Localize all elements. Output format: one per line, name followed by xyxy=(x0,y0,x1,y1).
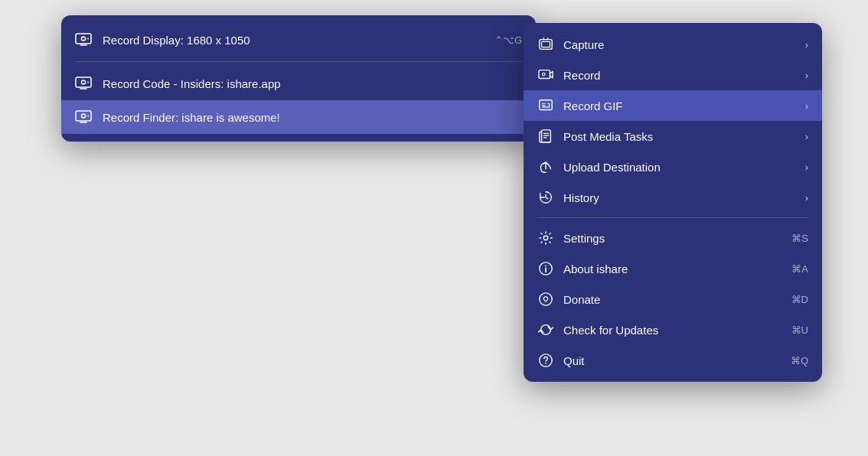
menu-divider-1 xyxy=(537,217,808,218)
update-icon xyxy=(537,321,554,338)
upload-arrow: › xyxy=(805,161,808,173)
menu-item-donate[interactable]: Donate ⌘D xyxy=(524,284,822,314)
submenu: Record Display: 1680 x 1050 ⌃⌥G Record C… xyxy=(61,15,536,142)
submenu-label-record-finder: Record Finder: ishare is awesome! xyxy=(103,111,522,124)
menu-item-upload[interactable]: Upload Destination › xyxy=(524,151,822,182)
svg-rect-10 xyxy=(542,41,550,47)
upload-icon xyxy=(537,158,554,175)
submenu-item-record-finder[interactable]: Record Finder: ishare is awesome! xyxy=(61,100,536,134)
about-label: About ishare xyxy=(563,262,791,275)
svg-point-20 xyxy=(545,363,547,364)
capture-label: Capture xyxy=(563,38,805,51)
update-label: Check for Updates xyxy=(563,324,791,337)
history-label: History xyxy=(563,191,805,204)
info-icon xyxy=(537,260,554,277)
svg-point-5 xyxy=(87,82,89,83)
menu-item-record[interactable]: Record › xyxy=(524,60,822,90)
quit-icon xyxy=(537,352,554,369)
submenu-divider-1 xyxy=(75,61,522,62)
main-menu: Capture › Record › Record GIF › xyxy=(524,23,822,382)
svg-rect-13 xyxy=(540,100,552,110)
menu-item-history[interactable]: History › xyxy=(524,182,822,213)
settings-icon xyxy=(537,230,554,246)
svg-rect-11 xyxy=(539,70,550,79)
post-media-arrow: › xyxy=(805,131,808,142)
donate-icon xyxy=(537,291,554,308)
menu-item-settings[interactable]: Settings ⌘S xyxy=(524,223,822,253)
record-screen-icon-2 xyxy=(75,75,92,92)
history-arrow: › xyxy=(805,192,808,204)
settings-label: Settings xyxy=(563,232,791,245)
menu-item-update[interactable]: Check for Updates ⌘U xyxy=(524,314,822,345)
submenu-shortcut-record-display: ⌃⌥G xyxy=(494,34,522,46)
svg-point-8 xyxy=(87,116,89,117)
submenu-label-record-display: Record Display: 1680 x 1050 xyxy=(103,34,494,47)
donate-label: Donate xyxy=(563,293,791,306)
settings-shortcut: ⌘S xyxy=(791,233,808,244)
svg-point-17 xyxy=(545,265,547,266)
record-gif-icon xyxy=(537,97,554,114)
record-icon xyxy=(537,67,554,83)
record-screen-icon xyxy=(75,31,92,48)
svg-point-15 xyxy=(543,236,547,239)
quit-label: Quit xyxy=(563,354,791,367)
svg-point-12 xyxy=(542,73,545,76)
capture-arrow: › xyxy=(805,39,808,50)
history-icon xyxy=(537,189,554,206)
capture-icon xyxy=(537,36,554,53)
record-gif-arrow: › xyxy=(805,100,808,112)
menu-item-post-media[interactable]: Post Media Tasks › xyxy=(524,121,822,151)
menu-item-record-gif[interactable]: Record GIF › xyxy=(524,90,822,121)
svg-point-18 xyxy=(540,293,552,305)
submenu-item-record-display[interactable]: Record Display: 1680 x 1050 ⌃⌥G xyxy=(61,23,536,57)
upload-label: Upload Destination xyxy=(563,161,805,174)
menu-item-capture[interactable]: Capture › xyxy=(524,29,822,60)
submenu-item-record-code[interactable]: Record Code - Insiders: ishare.app xyxy=(61,67,536,100)
svg-point-1 xyxy=(82,37,86,41)
post-media-icon xyxy=(537,128,554,145)
record-screen-icon-3 xyxy=(75,109,92,125)
svg-point-2 xyxy=(87,38,89,40)
record-arrow: › xyxy=(805,70,808,81)
svg-point-7 xyxy=(82,114,86,118)
post-media-label: Post Media Tasks xyxy=(563,130,805,143)
svg-point-4 xyxy=(82,80,86,84)
donate-shortcut: ⌘D xyxy=(791,294,808,305)
quit-shortcut: ⌘Q xyxy=(791,355,808,366)
menu-item-about[interactable]: About ishare ⌘A xyxy=(524,253,822,284)
menu-item-quit[interactable]: Quit ⌘Q xyxy=(524,345,822,376)
update-shortcut: ⌘U xyxy=(791,324,808,336)
about-shortcut: ⌘A xyxy=(791,263,808,275)
svg-rect-14 xyxy=(542,130,551,142)
record-gif-label: Record GIF xyxy=(563,99,805,112)
submenu-label-record-code: Record Code - Insiders: ishare.app xyxy=(103,77,522,90)
record-label: Record xyxy=(563,69,805,82)
